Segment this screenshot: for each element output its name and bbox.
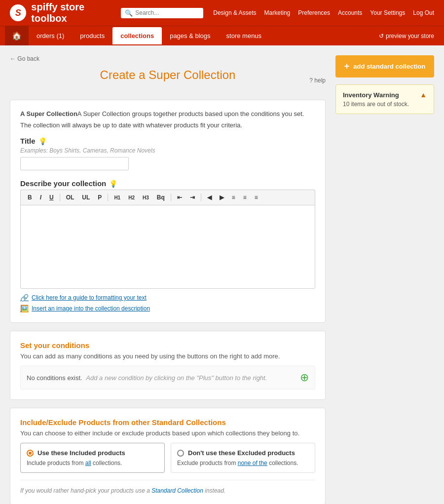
no-conditions-row: No conditions exist. Add a new condition…: [20, 366, 315, 389]
toolbar-p[interactable]: P: [95, 193, 105, 202]
toolbar-indent-right[interactable]: ⇥: [187, 193, 198, 202]
format-guide-link[interactable]: 🔗 Click here for a guide to formatting y…: [20, 294, 315, 302]
subnav-orders[interactable]: orders (1): [29, 27, 72, 44]
toolbar-align-center[interactable]: ≡: [229, 193, 238, 202]
option-include-desc: Include products from all collections.: [27, 460, 158, 466]
title-input[interactable]: [20, 157, 129, 170]
toolbar-align-justify[interactable]: ≡: [240, 193, 250, 202]
include-exclude-heading: Include/Exclude Products from other Stan…: [20, 418, 315, 426]
description-section: Describe your collection 💡 B I U OL UL P…: [20, 179, 315, 312]
describe-label: Describe your collection 💡: [20, 179, 315, 188]
no-conditions-text: No conditions exist. Add a new condition…: [27, 374, 267, 382]
nav-preferences[interactable]: Preferences: [298, 9, 330, 16]
conditions-desc: You can add as many conditions as you ne…: [20, 352, 315, 360]
option-exclude-desc: Exclude products from none of the collec…: [177, 460, 309, 466]
super-collection-label: Super Collection: [27, 110, 77, 117]
toolbar-sep-1: [60, 194, 60, 201]
toolbar-ol[interactable]: OL: [63, 193, 77, 202]
include-exclude-box: Include/Exclude Products from other Stan…: [10, 408, 326, 504]
sidebar: + add standard collection Inventory Warn…: [335, 55, 434, 504]
description-1: A Super CollectionA Super Collection gro…: [20, 110, 315, 117]
toolbar-italic[interactable]: I: [37, 193, 44, 202]
toolbar-sep-3: [171, 194, 171, 201]
title-label: Title 💡: [20, 137, 315, 145]
add-standard-collection-button[interactable]: + add standard collection: [335, 55, 434, 78]
preview-store-link[interactable]: ↺preview your store: [371, 28, 444, 44]
toolbar-underline[interactable]: U: [46, 193, 57, 202]
include-exclude-desc: You can choose to either include or excl…: [20, 429, 315, 437]
nav-your-settings[interactable]: Your Settings: [370, 9, 405, 16]
description-box: A Super CollectionA Super Collection gro…: [10, 100, 326, 323]
app-title: spiffy store toolbox: [31, 1, 121, 24]
subnav-pages-blogs[interactable]: pages & blogs: [162, 27, 218, 44]
toolbar-sep-2: [108, 194, 108, 201]
include-exclude-options: Use these Included products Include prod…: [20, 443, 315, 473]
option-include[interactable]: Use these Included products Include prod…: [20, 443, 165, 473]
inventory-text: 10 items are out of stock.: [343, 101, 427, 108]
editor-content-area[interactable]: [20, 205, 315, 289]
option-exclude[interactable]: Don't use these Excluded products Exclud…: [171, 443, 315, 473]
toolbar-h1[interactable]: H1: [111, 193, 123, 202]
describe-hint-icon: 💡: [109, 180, 117, 188]
header-nav: Design & Assets Marketing Preferences Ac…: [213, 9, 434, 16]
subnav-home[interactable]: 🏠: [5, 26, 29, 45]
description-2: The collection will always be up to date…: [20, 121, 315, 129]
radio-exclude[interactable]: [177, 450, 184, 457]
title-hint-icon: 💡: [38, 137, 47, 145]
help-link[interactable]: ? help: [309, 77, 326, 84]
toolbar-ul[interactable]: UL: [79, 193, 93, 202]
search-icon: 🔍: [125, 9, 133, 17]
standard-collection-link[interactable]: Standard Collection: [151, 487, 203, 494]
option-include-label: Use these Included products: [27, 449, 158, 457]
nav-accounts[interactable]: Accounts: [338, 9, 362, 16]
add-standard-plus-icon: +: [344, 61, 350, 72]
main-layout: ← Go back Create a Super Collection ? he…: [0, 45, 444, 504]
editor-toolbar: B I U OL UL P H1 H2 H3 Bq ⇤ ⇥ ◀: [20, 190, 315, 205]
search-input[interactable]: [135, 9, 199, 16]
add-condition-button[interactable]: ⊕: [300, 371, 309, 384]
toolbar-h2[interactable]: H2: [125, 193, 138, 202]
nav-marketing[interactable]: Marketing: [264, 9, 291, 16]
app-header: S spiffy store toolbox 🔍 Design & Assets…: [0, 0, 444, 26]
image-link-icon: 🖼️: [20, 305, 29, 312]
toolbar-align-full[interactable]: ≡: [252, 193, 261, 202]
main-content: ← Go back Create a Super Collection ? he…: [10, 55, 326, 504]
nav-log-out[interactable]: Log Out: [413, 9, 434, 16]
toolbar-align-left[interactable]: ◀: [204, 193, 215, 202]
logo-icon: S: [10, 4, 26, 21]
subnav-collections[interactable]: collections: [112, 27, 162, 44]
conditions-box: Set your conditions You can add as many …: [10, 331, 326, 400]
toolbar-sep-4: [201, 194, 201, 201]
standard-note: If you would rather hand-pick your produ…: [20, 480, 315, 494]
title-section: Title 💡 Examples: Boys Shirts, Cameras, …: [20, 137, 315, 170]
logo-area: S spiffy store toolbox: [10, 1, 121, 24]
conditions-heading: Set your conditions: [20, 341, 315, 349]
all-collections-link[interactable]: all: [85, 460, 91, 466]
search-area[interactable]: 🔍: [121, 8, 203, 18]
subnav-products[interactable]: products: [72, 27, 112, 44]
option-exclude-label: Don't use these Excluded products: [177, 449, 309, 457]
format-link-icon: 🔗: [20, 294, 29, 302]
none-collections-link[interactable]: none of the: [238, 460, 267, 466]
insert-image-link[interactable]: 🖼️ Insert an image into the collection d…: [20, 305, 315, 312]
warning-icon: ▲: [420, 91, 427, 99]
add-standard-label: add standard collection: [353, 63, 425, 70]
toolbar-indent-left[interactable]: ⇤: [174, 193, 185, 202]
page-title: Create a Super Collection: [100, 68, 236, 82]
nav-design-assets[interactable]: Design & Assets: [213, 9, 256, 16]
toolbar-h3[interactable]: H3: [140, 193, 152, 202]
inventory-title: Inventory Warning ▲: [343, 91, 427, 99]
toolbar-blockquote[interactable]: Bq: [154, 193, 168, 202]
back-link[interactable]: ← Go back: [10, 55, 326, 62]
subnav: 🏠 orders (1) products collections pages …: [0, 26, 444, 45]
title-field-hint: Examples: Boys Shirts, Cameras, Romance …: [20, 147, 315, 154]
toolbar-bold[interactable]: B: [25, 193, 35, 202]
radio-include[interactable]: [27, 450, 34, 457]
toolbar-align-right[interactable]: ▶: [217, 193, 227, 202]
inventory-warning-box: Inventory Warning ▲ 10 items are out of …: [335, 84, 434, 114]
subnav-store-menus[interactable]: store menus: [219, 27, 270, 44]
